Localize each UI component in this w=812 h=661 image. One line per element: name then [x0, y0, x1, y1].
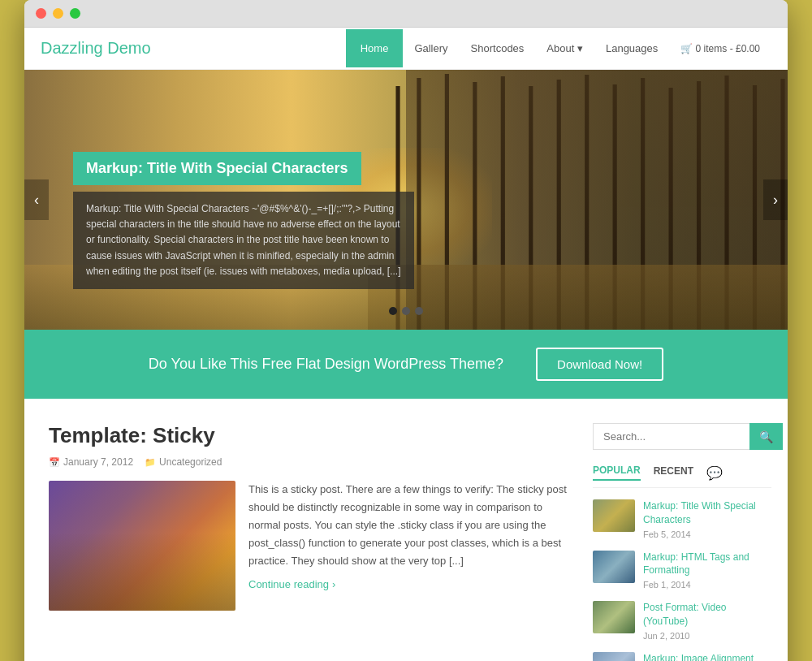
search-button[interactable]: 🔍: [749, 423, 783, 450]
svg-rect-9: [641, 78, 645, 330]
list-item: Markup: HTML Tags and Formatting Feb 1, …: [593, 551, 771, 590]
posts-area: Template: Sticky January 7, 2012 Uncateg…: [49, 423, 568, 661]
post-date: January 7, 2012: [49, 456, 133, 468]
browser-window: Dazzling Demo Home Gallery Shortcodes Ab…: [24, 0, 788, 661]
sidebar-post-date-3: Jun 2, 2010: [643, 631, 771, 641]
download-now-button[interactable]: Download Now!: [536, 348, 663, 381]
hero-slider: ‹ Markup: Title With Special Characters …: [24, 70, 788, 330]
sidebar-thumb-3: [593, 601, 635, 633]
sidebar-post-date-2: Feb 1, 2014: [643, 580, 771, 590]
svg-rect-6: [557, 80, 561, 330]
svg-rect-1: [417, 78, 421, 330]
search-input[interactable]: [593, 423, 749, 450]
list-item: Post Format: Video (YouTube) Jun 2, 2010: [593, 601, 771, 641]
post-body: This is a sticky post. There are a few t…: [49, 481, 568, 611]
close-button[interactable]: [36, 8, 46, 19]
search-icon: 🔍: [759, 430, 773, 443]
nav-item-home[interactable]: Home: [346, 29, 404, 67]
folder-icon: [145, 456, 156, 468]
svg-rect-3: [473, 82, 477, 330]
sidebar-post-date-1: Feb 5, 2014: [643, 529, 771, 539]
list-item: Markup: Title With Special Characters Fe…: [593, 499, 771, 539]
svg-rect-11: [697, 81, 701, 330]
browser-titlebar: [24, 0, 788, 28]
continue-reading-link[interactable]: Continue reading: [248, 578, 335, 590]
calendar-icon: [49, 456, 60, 468]
site-logo: Dazzling Demo: [41, 39, 151, 58]
tab-popular[interactable]: POPULAR: [593, 464, 641, 481]
svg-rect-15: [368, 265, 788, 330]
post-content: This is a sticky post. There are a few t…: [248, 481, 568, 611]
sidebar-post-info-3: Post Format: Video (YouTube) Jun 2, 2010: [643, 601, 771, 641]
slider-dot-3[interactable]: [415, 307, 423, 315]
site-header: Dazzling Demo Home Gallery Shortcodes Ab…: [24, 28, 788, 70]
slider-next-button[interactable]: ›: [763, 179, 788, 220]
maximize-button[interactable]: [70, 8, 80, 19]
slider-dots: [389, 307, 423, 315]
svg-rect-13: [753, 85, 757, 330]
post-category: Uncategorized: [145, 456, 222, 468]
minimize-button[interactable]: [53, 8, 63, 19]
svg-rect-4: [501, 76, 505, 330]
nav-item-languages[interactable]: Languages: [594, 29, 669, 67]
sidebar: 🔍 POPULAR RECENT 💬 Markup: Title With Sp…: [593, 423, 771, 661]
chat-icon: 💬: [706, 465, 723, 481]
search-box: 🔍: [593, 423, 771, 450]
sidebar-post-title-1[interactable]: Markup: Title With Special Characters: [643, 499, 771, 527]
hero-trees-svg: [368, 70, 788, 330]
slider-dot-2[interactable]: [402, 307, 410, 315]
sidebar-thumb-1: [593, 499, 635, 532]
slider-prev-button[interactable]: ‹: [24, 179, 49, 220]
cta-bar: Do You Like This Free Flat Design WordPr…: [24, 330, 788, 399]
hero-title-box: Markup: Title With Special Characters: [73, 152, 361, 185]
svg-rect-2: [445, 74, 449, 330]
nav-item-shortcodes[interactable]: Shortcodes: [460, 29, 536, 67]
list-item: Markup: Image Alignment Jan 10, 2013: [593, 652, 771, 661]
main-nav: Home Gallery Shortcodes About ▾ Language…: [346, 29, 771, 67]
post-thumbnail: [49, 481, 235, 611]
post-excerpt: This is a sticky post. There are a few t…: [248, 481, 568, 570]
svg-rect-8: [613, 84, 617, 330]
browser-content: Dazzling Demo Home Gallery Shortcodes Ab…: [24, 28, 788, 661]
tab-recent[interactable]: RECENT: [654, 465, 693, 480]
slider-dot-1[interactable]: [389, 307, 397, 315]
sidebar-tabs: POPULAR RECENT 💬: [593, 464, 771, 488]
hero-overlay: Markup: Title With Special Characters Ma…: [73, 152, 414, 289]
nav-item-gallery[interactable]: Gallery: [403, 29, 459, 67]
post-meta: January 7, 2012 Uncategorized: [49, 456, 568, 468]
nav-item-about[interactable]: About ▾: [535, 29, 594, 67]
sidebar-post-info-1: Markup: Title With Special Characters Fe…: [643, 499, 771, 539]
sidebar-post-title-4[interactable]: Markup: Image Alignment: [643, 652, 771, 661]
sidebar-post-title-2[interactable]: Markup: HTML Tags and Formatting: [643, 551, 771, 578]
sidebar-post-title-3[interactable]: Post Format: Video (YouTube): [643, 601, 771, 629]
svg-rect-5: [529, 86, 533, 330]
post-title: Template: Sticky: [49, 423, 568, 448]
cta-text: Do You Like This Free Flat Design WordPr…: [149, 356, 503, 373]
sidebar-thumb-2: [593, 551, 635, 583]
main-content: Template: Sticky January 7, 2012 Uncateg…: [24, 399, 788, 661]
svg-rect-12: [724, 76, 728, 330]
svg-rect-10: [669, 88, 673, 330]
nav-item-cart[interactable]: 🛒 0 items - £0.00: [669, 30, 771, 67]
sidebar-post-info-2: Markup: HTML Tags and Formatting Feb 1, …: [643, 551, 771, 590]
arrow-right-icon: [332, 578, 335, 590]
hero-text: Markup: Title With Special Characters ~'…: [86, 201, 401, 279]
sidebar-post-info-4: Markup: Image Alignment Jan 10, 2013: [643, 652, 771, 661]
sidebar-thumb-4: [593, 652, 635, 661]
hero-text-box: Markup: Title With Special Characters ~'…: [73, 192, 414, 289]
hero-title: Markup: Title With Special Characters: [86, 160, 348, 177]
svg-rect-7: [585, 75, 589, 330]
